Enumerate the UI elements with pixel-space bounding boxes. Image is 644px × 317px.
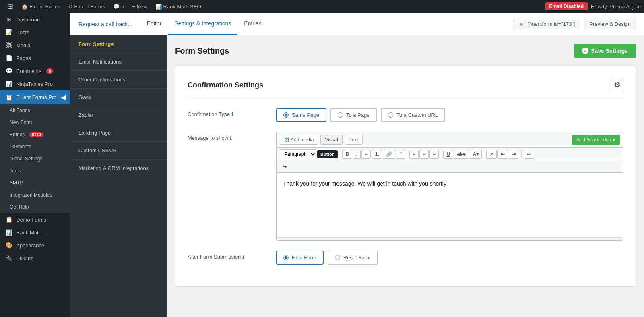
strikethrough-button[interactable]: abc <box>454 150 469 159</box>
hide-form-radio[interactable]: Hide Form <box>276 251 324 265</box>
comments-icon: 💬 <box>113 4 120 10</box>
site-name-item[interactable]: 🏠 Fluent Forms <box>17 0 64 13</box>
settings-sidebar-zapier[interactable]: Zapier <box>70 106 167 124</box>
sidebar-item-media[interactable]: 🖼 Media <box>0 39 70 52</box>
sidebar-item-smtp[interactable]: SMTP <box>0 177 70 189</box>
wp-logo-item[interactable]: ⊞ <box>3 0 17 13</box>
to-custom-url-radio[interactable]: To a Custom URL <box>381 108 445 122</box>
settings-sidebar-custom-css-js[interactable]: Custom CSS/JS <box>70 142 167 160</box>
confirmation-type-radio-group: Same Page To a Page To a Custom URL <box>276 108 623 122</box>
to-a-page-radio[interactable]: To a Page <box>330 108 377 122</box>
header-right: ⊞ [fluentform id="173"] Preview & Design <box>513 19 636 29</box>
settings-sidebar-other-confirmations[interactable]: Other Confirmations <box>70 71 167 89</box>
editor-resize-handle[interactable]: ⤡ <box>277 237 623 240</box>
underline-button[interactable]: U <box>443 150 453 159</box>
after-submission-info-icon[interactable]: ℹ <box>242 254 244 260</box>
plugins-label: Plugins <box>16 255 33 261</box>
sidebar-item-ninjatables[interactable]: 📊 NinjaTables Pro <box>0 77 70 90</box>
sidebar-item-integration-modules[interactable]: Integration Modules <box>0 189 70 201</box>
sidebar-item-new-form[interactable]: New Form <box>0 116 70 128</box>
comments-badge: 6 <box>46 68 54 74</box>
confirmation-type-info-icon[interactable]: ℹ <box>231 111 233 117</box>
settings-sidebar-form-settings[interactable]: Form Settings <box>70 35 167 53</box>
tab-settings[interactable]: Settings & Integrations <box>168 13 237 35</box>
add-media-button[interactable]: 🖼 Add media <box>280 135 318 145</box>
align-center-button[interactable]: ≡ <box>419 150 429 159</box>
email-disabled-badge: Email Disabled <box>545 2 588 10</box>
sidebar-item-fluent-forms[interactable]: 📋 Fluent Forms Pro ◀ <box>0 90 70 104</box>
message-to-show-control: 🖼 Add media Visual Text <box>276 132 623 241</box>
same-page-label: Same Page <box>292 112 319 118</box>
preview-design-button[interactable]: Preview & Design <box>584 19 636 29</box>
rank-math-label: Rank Math SEO <box>163 4 201 10</box>
paragraph-select[interactable]: Paragraph <box>280 149 316 159</box>
add-shortcodes-button[interactable]: Add Shortcodes ▾ <box>572 135 620 145</box>
ordered-list-button[interactable]: 1. <box>372 150 382 159</box>
link-button[interactable]: 🔗 <box>383 150 395 159</box>
settings-page-title: Form Settings <box>175 46 229 56</box>
sidebar-item-posts[interactable]: 📝 Posts <box>0 26 70 39</box>
bold-button[interactable]: B <box>342 150 352 159</box>
sidebar-item-dashboard[interactable]: ⊞ Dashboard <box>0 13 70 26</box>
blockquote-button[interactable]: " <box>396 150 405 159</box>
text-color-button[interactable]: A▾ <box>470 150 482 159</box>
text-tab[interactable]: Text <box>345 135 363 145</box>
sidebar-item-demo-forms[interactable]: 📋 Demo Forms <box>0 213 70 226</box>
new-content-item[interactable]: + New <box>128 0 151 13</box>
link2-button[interactable]: ↗ <box>486 150 497 159</box>
updates-item[interactable]: ↺ Fluent Forms <box>64 0 109 13</box>
hide-form-radio-input[interactable] <box>283 255 289 260</box>
same-page-radio-input[interactable] <box>283 112 289 118</box>
appearance-label: Appearance <box>16 242 44 249</box>
tab-editor[interactable]: Editor <box>140 13 168 35</box>
rank-math-sidebar-label: Rank Math <box>16 230 41 236</box>
settings-sidebar-slack[interactable]: Slack <box>70 89 167 106</box>
shortcode-button[interactable]: ⊞ [fluentform id="173"] <box>513 19 580 29</box>
tab-entries[interactable]: Entries <box>237 13 268 35</box>
sidebar-item-appearance[interactable]: 🎨 Appearance <box>0 239 70 252</box>
unordered-list-button[interactable]: ≡ <box>361 150 371 159</box>
sidebar-item-rank-math[interactable]: 📊 Rank Math <box>0 226 70 239</box>
sidebar-label: Media <box>16 42 30 48</box>
sidebar-item-all-forms[interactable]: All Forms <box>0 104 70 116</box>
align-left-button[interactable]: ≡ <box>409 150 419 159</box>
gear-button[interactable]: ⚙ <box>611 79 623 91</box>
reset-form-radio-input[interactable] <box>335 255 340 260</box>
rank-math-item[interactable]: 📊 Rank Math SEO <box>151 0 205 13</box>
same-page-radio[interactable]: Same Page <box>276 108 326 122</box>
header-tabs: Editor Settings & Integrations Entries <box>140 13 268 35</box>
button-insert-btn[interactable]: Button <box>317 150 338 158</box>
settings-content-inner: Form Settings ✓ Save Settings Confirmati… <box>167 35 644 303</box>
indent-right-button[interactable]: ⇥ <box>509 150 519 159</box>
reset-form-radio[interactable]: Reset Form <box>328 251 378 265</box>
comments-item[interactable]: 💬 5 <box>109 0 128 13</box>
sidebar-item-plugins[interactable]: 🔌 Plugins <box>0 252 70 265</box>
to-a-page-radio-input[interactable] <box>338 112 343 118</box>
sidebar-submenu-fluent: All Forms New Form Entries 8130 Payments… <box>0 104 70 213</box>
editor-body[interactable]: Thank you for your message. We will get … <box>277 173 623 237</box>
breadcrumb[interactable]: Request a call back... <box>78 21 132 27</box>
sidebar-item-global-settings[interactable]: Global Settings <box>0 153 70 165</box>
sidebar-item-payments[interactable]: Payments <box>0 141 70 153</box>
visual-tab[interactable]: Visual <box>320 135 342 145</box>
toolbar-sep-3 <box>441 150 441 158</box>
sidebar-item-entries[interactable]: Entries 8130 <box>0 128 70 141</box>
message-to-show-info-icon[interactable]: ℹ <box>230 135 232 141</box>
italic-button[interactable]: I <box>353 150 361 159</box>
settings-sidebar-landing-page[interactable]: Landing Page <box>70 124 167 142</box>
settings-sidebar-email-notifications[interactable]: Email Notifications <box>70 53 167 71</box>
settings-sidebar-marketing-crm[interactable]: Marketing & CRM Integrations <box>70 160 167 177</box>
redo-button[interactable]: ↪ <box>280 163 289 171</box>
align-right-button[interactable]: ≡ <box>429 150 439 159</box>
settings-sidebar-label: Form Settings <box>78 41 114 47</box>
sidebar-item-get-help[interactable]: Get Help <box>0 201 70 213</box>
indent-left-button[interactable]: ⇤ <box>497 150 508 159</box>
entries-badge: 8130 <box>29 132 43 137</box>
sidebar-item-tools[interactable]: Tools <box>0 165 70 177</box>
rank-math-sidebar-icon: 📊 <box>5 229 13 236</box>
save-settings-button[interactable]: ✓ Save Settings <box>574 44 636 58</box>
sidebar-item-pages[interactable]: 📄 Pages <box>0 52 70 64</box>
undo-button[interactable]: ↩ <box>524 150 534 159</box>
to-custom-url-radio-input[interactable] <box>388 112 393 118</box>
sidebar-item-comments[interactable]: 💬 Comments 6 <box>0 64 70 77</box>
